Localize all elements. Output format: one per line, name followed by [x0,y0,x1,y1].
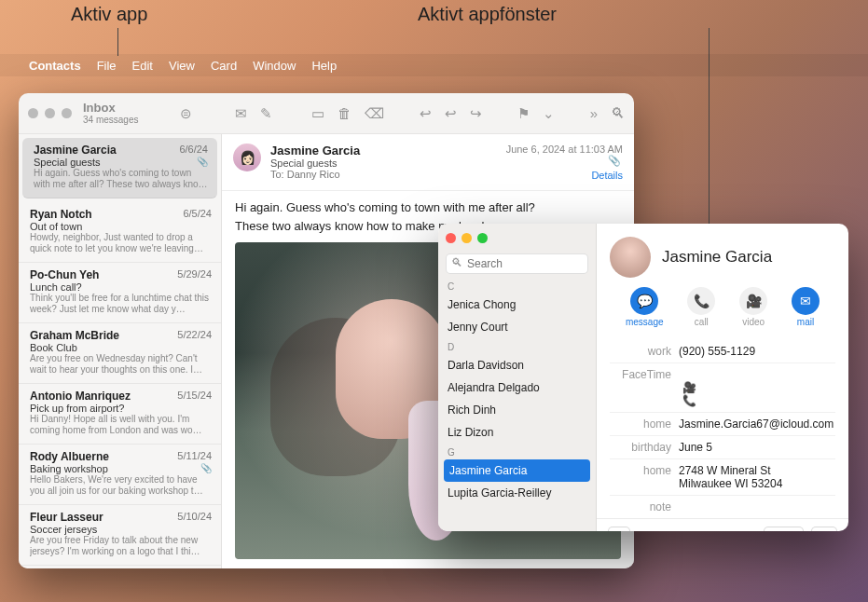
flag-icon[interactable]: ⚑ [517,105,530,122]
menubar-item-view[interactable]: View [169,59,195,73]
action-video[interactable]: 🎥 video [739,287,767,327]
mailbox-count: 34 messages [83,115,138,125]
field-label-home-email: home [610,417,679,431]
search-input[interactable] [446,253,588,274]
menubar-item-file[interactable]: File [97,59,117,73]
message-to-name: Danny Rico [287,169,340,180]
menubar-item-edit[interactable]: Edit [132,59,153,73]
contacts-titlebar [438,224,596,252]
reply-all-icon[interactable]: ↩︎ [445,105,457,122]
video-icon: 🎥 [746,294,762,308]
message-list-item[interactable]: Ryan Notch6/5/24Out of townHowdy, neighb… [19,202,221,263]
phone-icon: 📞 [694,294,710,308]
zoom-icon[interactable] [477,233,488,243]
edit-button[interactable]: Edit [764,527,804,531]
compose-icon[interactable]: ✎ [260,105,272,122]
minimize-icon[interactable] [45,108,55,118]
message-list[interactable]: Jasmine Garcia6/6/24Special guests📎Hi ag… [19,134,222,568]
contacts-list-item[interactable]: Darla Davidson [438,354,596,376]
message-list-item[interactable]: Rigo Rangel5/8/24Fun memories📎 [19,566,221,568]
contacts-list-item[interactable]: Jasmine Garcia [444,459,590,482]
msg-date: 6/5/24 [183,208,212,221]
msg-sender: Rody Albuerne [30,450,109,463]
action-message[interactable]: 💬 message [626,287,664,327]
contact-footer: ＋ Edit ⇪ [597,518,848,531]
details-link[interactable]: Details [591,170,623,181]
action-label: mail [797,317,814,327]
field-value-note[interactable] [679,500,835,513]
search-icon[interactable]: 🔍︎ [611,105,625,121]
zoom-icon[interactable] [62,108,72,118]
msg-date: 5/11/24 [177,450,212,463]
contacts-search: 🔍︎ [446,253,588,274]
contacts-list-item[interactable]: Rich Dinh [438,399,596,421]
action-mail[interactable]: ✉︎ mail [792,287,820,327]
attachment-icon: 📎 [608,155,621,166]
message-to-label: To: [270,169,284,180]
contacts-list-item[interactable]: Alejandra Delgado [438,376,596,399]
contacts-list-item[interactable]: Lupita Garcia-Reilley [438,482,596,504]
add-button[interactable]: ＋ [608,527,630,531]
contact-detail: Jasmine Garcia 💬 message 📞 call 🎥 video … [597,224,848,531]
message-list-item[interactable]: Fleur Lasseur5/10/24Soccer jerseysAre yo… [19,505,221,566]
field-value-work-phone[interactable]: (920) 555-1129 [679,345,835,358]
message-list-item[interactable]: Jasmine Garcia6/6/24Special guests📎Hi ag… [22,138,217,198]
msg-preview: Are you free on Wednesday night? Can't w… [30,353,212,376]
contacts-list-item[interactable]: Liz Dizon [438,421,596,444]
msg-sender: Antonio Manriquez [30,390,131,403]
field-label-note: note [610,500,679,513]
msg-sender: Po-Chun Yeh [30,268,99,281]
close-icon[interactable] [446,233,456,243]
msg-date: 5/22/24 [177,329,212,342]
msg-preview: Hello Bakers, We're very excited to have… [30,474,212,497]
msg-preview: Hi Danny! Hope all is well with you. I'm… [30,414,212,436]
trash-icon[interactable]: 🗑 [338,105,351,121]
contacts-section-header: G [438,444,596,459]
message-list-item[interactable]: Po-Chun Yeh5/29/24Lunch call?Think you'l… [19,263,221,323]
sender-avatar: 👩🏻 [233,144,261,171]
field-label-home-address: home [610,464,679,490]
msg-subject: Pick up from airport? [30,403,124,414]
msg-subject: Book Club [30,342,77,353]
mail-traffic-lights [28,108,72,118]
menubar-item-window[interactable]: Window [253,59,296,73]
action-label: call [695,317,709,327]
message-list-item[interactable]: Antonio Manriquez5/15/24Pick up from air… [19,384,221,445]
envelope-icon[interactable]: ✉︎ [235,105,247,122]
attachment-icon: 📎 [200,463,212,474]
msg-date: 5/15/24 [177,390,212,403]
msg-preview: Are you free Friday to talk about the ne… [30,535,212,557]
junk-icon[interactable]: ⌫ [365,105,384,122]
menubar-item-help[interactable]: Help [311,59,337,73]
action-label: video [742,317,765,327]
contacts-sidebar: 🔍︎ CJenica ChongJenny CourtDDarla Davids… [438,224,597,531]
reply-icon[interactable]: ↩︎ [420,105,432,122]
message-line: Hi again. Guess who's coming to town wit… [235,198,621,217]
forward-icon[interactable]: ↪︎ [470,105,482,122]
field-value-home-address[interactable]: 2748 W Mineral St Milwaukee WI 53204 [679,464,835,490]
contacts-list-item[interactable]: Jenny Court [438,316,596,338]
menubar-item-card[interactable]: Card [211,59,237,73]
action-call[interactable]: 📞 call [687,287,715,327]
contacts-list[interactable]: CJenica ChongJenny CourtDDarla DavidsonA… [438,278,596,531]
message-list-item[interactable]: Graham McBride5/22/24Book ClubAre you fr… [19,323,221,384]
filter-icon[interactable]: ⊜ [180,105,192,122]
contacts-list-item[interactable]: Jenica Chong [438,294,596,316]
action-label: message [626,317,664,327]
msg-sender: Graham McBride [30,329,119,342]
close-icon[interactable] [28,108,38,118]
mail-icon: ✉︎ [800,294,811,308]
menubar-app-name[interactable]: Contacts [29,59,81,73]
msg-sender: Ryan Notch [30,208,92,221]
field-label-birthday: birthday [610,441,679,454]
msg-subject: Out of town [30,221,82,232]
share-button[interactable]: ⇪ [811,527,837,531]
chevron-down-icon[interactable]: ⌄ [543,105,555,122]
field-value-home-email[interactable]: Jasmine.Garcia67@icloud.com [679,417,835,431]
msg-subject: Special guests [34,157,101,168]
more-icon[interactable]: » [590,105,598,121]
archive-icon[interactable]: ▭ [311,105,324,122]
field-value-facetime[interactable]: 🎥 📞 [679,368,835,407]
message-list-item[interactable]: Rody Albuerne5/11/24Baking workshop📎Hell… [19,445,221,505]
minimize-icon[interactable] [462,233,472,243]
